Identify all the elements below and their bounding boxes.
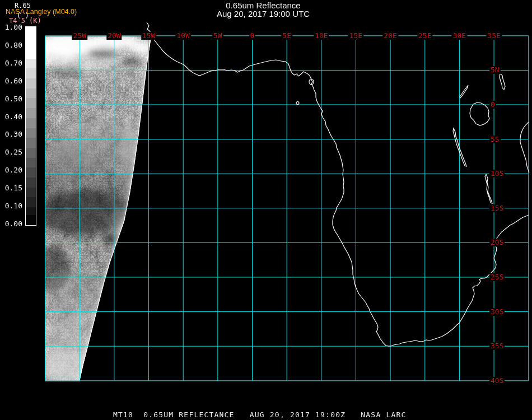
lat-label-30S: 30S	[489, 308, 505, 316]
colorbar-tick-0.80: 0.80	[1, 41, 22, 49]
lon-label-10E: 10E	[314, 32, 329, 40]
lon-label-5E: 5E	[281, 32, 292, 40]
lon-label-15E: 15E	[348, 32, 363, 40]
colorbar-tick-1.00: 1.00	[1, 23, 22, 31]
lat-label-25S: 25S	[489, 273, 505, 281]
lon-label-15W: 15W	[141, 32, 156, 40]
graticule-labels: 25W20W15W10W5W05E10E15E20E25E30E35E5N05S…	[0, 0, 532, 420]
colorbar-tick-0.20: 0.20	[1, 166, 22, 174]
lat-label-40S: 40S	[489, 377, 505, 385]
colorbar-tick-0.60: 0.60	[1, 77, 22, 85]
colorbar-tick-0.15: 0.15	[1, 184, 22, 192]
footer-caption: MT10 0.65UM REFLECTANCE AUG 20, 2017 19:…	[113, 411, 407, 419]
lat-label-5N: 5N	[489, 66, 501, 74]
colorbar-tick-0.40: 0.40	[1, 113, 22, 121]
lat-label-10S: 10S	[489, 170, 505, 178]
lon-label-25W: 25W	[72, 32, 87, 40]
lon-label-35E: 35E	[486, 32, 501, 40]
colorbar-tick-0.50: 0.50	[1, 95, 22, 103]
colorbar-tick-0.70: 0.70	[1, 59, 22, 67]
lon-label-30E: 30E	[452, 32, 467, 40]
lat-label-5S: 5S	[489, 136, 501, 143]
page-title: 0.65um Reflectance	[0, 1, 526, 10]
page-subtitle: Aug 20, 2017 19:00 UTC	[0, 10, 526, 18]
lon-label-10W: 10W	[175, 32, 190, 40]
lat-label-15S: 15S	[489, 204, 505, 212]
lat-label-35S: 35S	[489, 342, 505, 350]
lon-label-20W: 20W	[106, 32, 122, 40]
colorbar-tick-0.00: 0.00	[1, 220, 22, 228]
lon-label-0: 0	[249, 32, 256, 40]
satellite-product-screen: 25W20W15W10W5W05E10E15E20E25E30E35E5N05S…	[0, 0, 532, 420]
lat-label-0: 0	[489, 101, 496, 109]
lon-label-25E: 25E	[417, 32, 432, 40]
colorbar-gradient	[25, 26, 36, 226]
lat-label-20S: 20S	[489, 239, 505, 246]
lon-label-5W: 5W	[212, 32, 223, 40]
colorbar-tick-0.30: 0.30	[1, 130, 22, 138]
lon-label-20E: 20E	[382, 32, 398, 40]
colorbar-tick-0.25: 0.25	[1, 148, 22, 156]
colorbar-tick-0.10: 0.10	[1, 202, 22, 210]
